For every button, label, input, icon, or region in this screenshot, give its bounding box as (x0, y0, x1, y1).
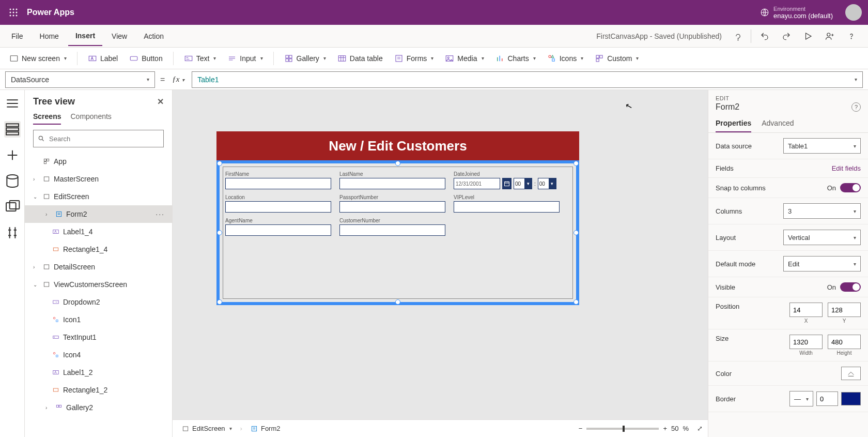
tree-node-detailscreen[interactable]: ›DetailScreen (25, 258, 172, 276)
tree-node-icon4[interactable]: Icon4 (25, 346, 172, 364)
minute-dropdown[interactable]: 00▾ (538, 178, 556, 189)
prop-position-y[interactable] (828, 303, 861, 317)
tree-node-form2[interactable]: ›Form2··· (25, 205, 172, 223)
field-firstname[interactable] (225, 178, 331, 189)
formula-input[interactable]: Table1▾ (192, 71, 863, 88)
prop-position-x[interactable] (789, 303, 823, 317)
tree-tab-screens[interactable]: Screens (33, 112, 61, 125)
waffle-icon[interactable] (6, 5, 21, 20)
prop-size-width[interactable] (789, 335, 823, 349)
rail-tree-view-icon[interactable] (4, 121, 21, 138)
field-location[interactable] (225, 201, 331, 213)
ribbon-custom[interactable]: Custom▾ (591, 51, 643, 66)
prop-border-color[interactable] (841, 392, 861, 405)
tree-node-more-icon[interactable]: ··· (156, 210, 165, 218)
help-icon[interactable] (843, 28, 860, 44)
prop-size-height[interactable] (828, 335, 861, 349)
zoom-in-icon[interactable]: + (663, 425, 667, 432)
ribbon-media[interactable]: Media▾ (441, 51, 488, 66)
form2-selection[interactable]: FirstName LastName DateJoined 00▾ : 00▾ (216, 160, 579, 305)
design-canvas[interactable]: New / Edit Customers FirstName LastName … (173, 90, 708, 437)
menu-action[interactable]: Action (136, 27, 171, 46)
svg-rect-27 (596, 55, 599, 58)
prop-tab-advanced[interactable]: Advanced (762, 119, 794, 132)
field-agent[interactable] (225, 224, 331, 236)
tree-node-textinput1[interactable]: TextInput1 (25, 328, 172, 346)
breadcrumb-form2[interactable]: Form2 (246, 424, 285, 433)
menu-view[interactable]: View (104, 27, 134, 46)
svg-rect-17 (286, 55, 288, 58)
tree-node-masterscreen[interactable]: ›MasterScreen (25, 170, 172, 188)
tree-search[interactable] (33, 130, 164, 147)
property-dropdown[interactable]: DataSource▾ (5, 71, 155, 88)
app-checker-icon[interactable] (729, 28, 746, 44)
prop-border-width[interactable] (816, 391, 838, 406)
ribbon-text[interactable]: Text▾ (180, 51, 221, 66)
svg-point-7 (13, 15, 14, 17)
field-passport[interactable] (339, 201, 445, 213)
zoom-out-icon[interactable]: − (579, 425, 583, 432)
rail-add-icon[interactable] (4, 147, 21, 163)
tree-node-label1-2[interactable]: Label1_2 (25, 364, 172, 381)
field-custnum[interactable] (339, 224, 445, 236)
prop-columns-dropdown[interactable]: 3▾ (783, 203, 861, 219)
menu-file[interactable]: File (4, 27, 30, 46)
rail-media-icon[interactable] (4, 199, 21, 215)
svg-rect-37 (44, 159, 46, 161)
prop-snap-toggle[interactable] (840, 183, 861, 192)
prop-edit-fields-link[interactable]: Edit fields (832, 164, 861, 172)
tree-close-icon[interactable]: ✕ (157, 97, 164, 107)
rail-tools-icon[interactable] (4, 224, 21, 241)
tree-search-input[interactable] (49, 135, 159, 143)
rail-data-icon[interactable] (4, 173, 21, 189)
field-datejoined[interactable] (454, 178, 500, 189)
svg-rect-22 (396, 55, 402, 62)
tree-node-dropdown2[interactable]: Dropdown2 (25, 293, 172, 311)
ribbon-label[interactable]: Label (84, 51, 122, 66)
tree-node-icon1[interactable]: Icon1 (25, 311, 172, 328)
field-lastname[interactable] (339, 178, 445, 189)
prop-datasource-label: Data source (716, 142, 752, 150)
prop-layout-dropdown[interactable]: Vertical▾ (783, 230, 861, 245)
prop-visible-toggle[interactable] (840, 282, 861, 292)
tree-node-viewcustomersscreen[interactable]: ⌄ViewCustomersScreen (25, 276, 172, 293)
prop-border-style[interactable]: —▾ (789, 391, 813, 406)
ribbon-gallery[interactable]: Gallery▾ (280, 51, 330, 66)
share-icon[interactable] (822, 28, 838, 44)
tree-tab-components[interactable]: Components (70, 112, 111, 125)
user-avatar[interactable] (845, 4, 862, 21)
ribbon-button[interactable]: Button (125, 51, 166, 66)
hour-dropdown[interactable]: 00▾ (514, 178, 532, 189)
menu-insert[interactable]: Insert (68, 26, 102, 46)
undo-icon[interactable] (756, 28, 773, 44)
fx-label[interactable]: ƒx ▾ (170, 75, 187, 84)
prop-tab-properties[interactable]: Properties (716, 119, 751, 132)
prop-defaultmode-dropdown[interactable]: Edit▾ (783, 256, 861, 272)
tree-node-app[interactable]: App (25, 153, 172, 170)
tree-node-rectangle1-2[interactable]: Rectangle1_2 (25, 381, 172, 399)
ribbon-charts[interactable]: Charts▾ (491, 51, 540, 66)
environment-picker[interactable]: Environment enayu.com (default) (760, 6, 833, 20)
ribbon-icons[interactable]: Icons▾ (543, 51, 587, 66)
fit-screen-icon[interactable]: ⤢ (697, 425, 703, 432)
ribbon-new-screen[interactable]: New screen▾ (5, 51, 71, 66)
prop-datasource-dropdown[interactable]: Table1▾ (783, 138, 861, 154)
redo-icon[interactable] (778, 28, 795, 44)
zoom-slider[interactable] (586, 428, 659, 430)
play-icon[interactable] (800, 28, 816, 44)
svg-point-4 (13, 12, 14, 13)
ribbon-input[interactable]: Input▾ (223, 51, 267, 66)
calendar-icon[interactable] (502, 178, 512, 189)
props-help-icon[interactable]: ? (851, 102, 861, 112)
rail-hamburger-icon[interactable] (4, 95, 21, 112)
breadcrumb-screen[interactable]: EditScreen▾ (178, 424, 236, 433)
field-vip[interactable] (454, 201, 560, 213)
ribbon-forms[interactable]: Forms▾ (390, 51, 438, 66)
tree-node-label1-4[interactable]: Label1_4 (25, 223, 172, 240)
tree-node-rectangle1-4[interactable]: Rectangle1_4 (25, 240, 172, 258)
tree-node-editscreen[interactable]: ⌄EditScreen (25, 188, 172, 205)
menu-home[interactable]: Home (33, 27, 66, 46)
prop-color-picker[interactable] (841, 367, 861, 380)
ribbon-data-table[interactable]: Data table (333, 51, 387, 66)
tree-node-gallery2[interactable]: ›Gallery2 (25, 399, 172, 416)
